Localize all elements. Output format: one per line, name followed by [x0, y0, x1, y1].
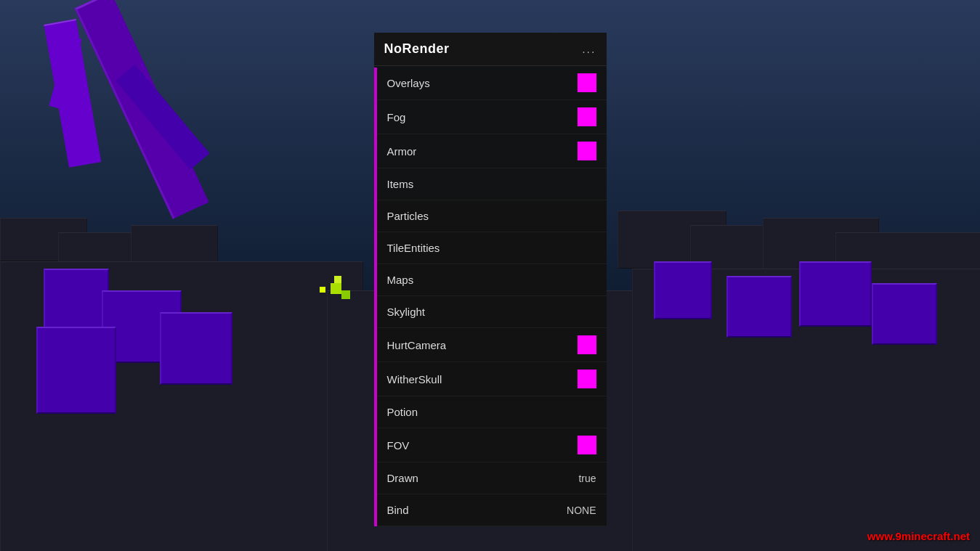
row-label-items: Items — [387, 178, 414, 190]
panel-row-fov: FOV — [374, 428, 607, 462]
panel-row-overlays: Overlays — [374, 66, 607, 100]
row-label-potion: Potion — [387, 406, 418, 418]
panel-row-hurtcamera: HurtCamera — [374, 328, 607, 362]
panel-row-tileentities: TileEntities — [374, 232, 607, 264]
row-value-drawn: true — [578, 473, 596, 484]
purple-block — [44, 269, 109, 334]
toggle-hurtcamera[interactable] — [578, 335, 596, 354]
panel-row-drawn: Drawntrue — [374, 462, 607, 494]
panel-row-items: Items — [374, 168, 607, 200]
purple-block — [654, 261, 712, 319]
row-label-overlays: Overlays — [387, 77, 430, 89]
toggle-fov[interactable] — [578, 436, 596, 454]
row-label-tileentities: TileEntities — [387, 242, 440, 254]
norender-panel: NoRender ... OverlaysFogArmorItemsPartic… — [374, 33, 607, 526]
purple-block — [160, 312, 232, 385]
row-label-fov: FOV — [387, 439, 410, 452]
panel-row-particles: Particles — [374, 200, 607, 232]
purple-block — [36, 327, 116, 414]
row-label-bind: Bind — [387, 504, 409, 516]
ground-item — [334, 276, 341, 283]
row-label-drawn: Drawn — [387, 472, 418, 484]
purple-block — [726, 276, 792, 338]
toggle-fog[interactable] — [578, 107, 596, 126]
panel-header: NoRender ... — [374, 33, 607, 66]
toggle-armor[interactable] — [578, 142, 596, 160]
panel-row-bind: BindNONE — [374, 494, 607, 526]
row-label-hurtcamera: HurtCamera — [387, 339, 447, 351]
row-label-maps: Maps — [387, 274, 414, 286]
row-label-skylight: Skylight — [387, 306, 426, 318]
purple-block — [872, 283, 937, 345]
toggle-overlays[interactable] — [578, 73, 596, 92]
panel-menu-icon[interactable]: ... — [582, 43, 596, 56]
row-label-witherskull: WitherSkull — [387, 373, 442, 385]
ground-item — [341, 290, 350, 299]
panel-row-skylight: Skylight — [374, 296, 607, 328]
purple-block — [799, 261, 872, 327]
row-label-fog: Fog — [387, 111, 406, 123]
panel-row-armor: Armor — [374, 134, 607, 168]
watermark: www.9minecraft.net — [867, 530, 970, 542]
panel-row-potion: Potion — [374, 396, 607, 428]
panel-title: NoRender — [384, 41, 450, 57]
panel-left-bar — [374, 68, 377, 526]
panel-row-maps: Maps — [374, 264, 607, 296]
row-label-particles: Particles — [387, 210, 429, 222]
ground-item — [320, 287, 325, 293]
row-label-armor: Armor — [387, 145, 417, 158]
ground-item — [331, 283, 341, 294]
toggle-witherskull[interactable] — [578, 370, 596, 388]
panel-row-fog: Fog — [374, 100, 607, 134]
panel-container: NoRender ... OverlaysFogArmorItemsPartic… — [374, 33, 607, 526]
panel-rows: OverlaysFogArmorItemsParticlesTileEntiti… — [374, 66, 607, 526]
row-value-bind: NONE — [567, 505, 596, 516]
panel-row-witherskull: WitherSkull — [374, 362, 607, 396]
